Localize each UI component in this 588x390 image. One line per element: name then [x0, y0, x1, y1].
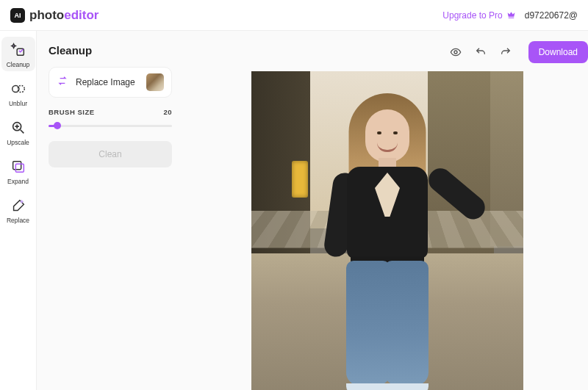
upgrade-label: Upgrade to Pro: [442, 10, 502, 21]
workspace: Cleanup Unblur Upscale Expand Replace: [0, 31, 588, 390]
svg-point-6: [454, 51, 457, 54]
brush-size-value: 20: [163, 108, 172, 116]
eye-icon: [450, 46, 462, 58]
tool-unblur[interactable]: Unblur: [1, 76, 35, 110]
download-button[interactable]: Download: [528, 41, 588, 63]
slider-track: [49, 125, 172, 127]
replace-image-button[interactable]: Replace Image: [49, 67, 172, 98]
brush-size-control: BRUSH SIZE 20: [49, 108, 172, 131]
ai-badge-icon: AI: [10, 8, 25, 23]
redo-icon: [500, 46, 512, 58]
preview-eye-button[interactable]: [445, 41, 467, 63]
slider-thumb[interactable]: [54, 122, 61, 129]
canvas-toolbar: Download: [445, 41, 588, 63]
brand-prefix: photo: [29, 8, 64, 22]
clean-button[interactable]: Clean: [49, 141, 172, 167]
svg-rect-5: [15, 164, 24, 172]
replace-image-label: Replace Image: [76, 77, 139, 87]
expand-icon: [10, 158, 27, 176]
logo[interactable]: AI photoeditor: [10, 8, 98, 23]
tool-cleanup-label: Cleanup: [7, 61, 30, 68]
brush-size-label: BRUSH SIZE: [49, 108, 95, 116]
tool-cleanup[interactable]: Cleanup: [1, 37, 35, 71]
canvas-image[interactable]: 99%: [251, 71, 523, 390]
unblur-icon: [10, 80, 27, 98]
tool-expand-label: Expand: [7, 178, 29, 185]
replace-brush-icon: [10, 197, 27, 214]
tool-replace[interactable]: Replace: [1, 192, 35, 227]
brush-size-slider[interactable]: [49, 120, 172, 131]
tool-replace-label: Replace: [7, 217, 29, 224]
tool-upscale[interactable]: Upscale: [1, 115, 35, 149]
undo-icon: [475, 46, 487, 58]
upscale-magnify-icon: [10, 119, 27, 137]
undo-button[interactable]: [470, 41, 492, 63]
brand-suffix: editor: [64, 8, 98, 22]
image-subject: [314, 93, 461, 390]
app-header: AI photoeditor Upgrade to Pro d97220672@: [0, 0, 588, 31]
crown-icon: [506, 10, 516, 20]
user-email[interactable]: d97220672@: [525, 10, 578, 21]
svg-rect-4: [12, 162, 21, 170]
upgrade-to-pro-link[interactable]: Upgrade to Pro: [442, 10, 515, 21]
image-thumbnail: [146, 73, 164, 91]
tool-expand[interactable]: Expand: [1, 154, 35, 188]
tool-upscale-label: Upscale: [7, 139, 29, 146]
tool-sidebar: Cleanup Unblur Upscale Expand Replace: [0, 31, 37, 390]
swap-arrows-icon: [57, 75, 68, 90]
cleanup-sparkle-icon: [10, 41, 27, 59]
settings-panel: Cleanup Replace Image BRUSH SIZE 20 Clea…: [37, 31, 184, 390]
redo-button[interactable]: [495, 41, 517, 63]
panel-title: Cleanup: [49, 44, 172, 57]
header-right: Upgrade to Pro d97220672@: [442, 10, 578, 21]
tool-unblur-label: Unblur: [9, 100, 27, 107]
canvas-area[interactable]: Download: [184, 31, 588, 390]
